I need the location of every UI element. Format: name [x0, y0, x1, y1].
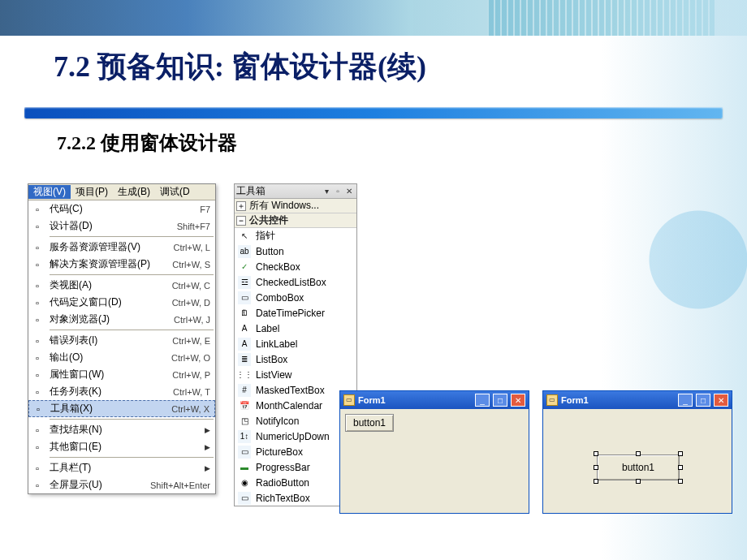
menu-item-label: 工具箱(X) [50, 402, 171, 416]
toolbox-item[interactable]: ▭RichTextBox [235, 490, 356, 506]
menubar-item[interactable]: 生成(B) [113, 185, 155, 199]
toolbox-categories: ＋所有 Windows...－公共控件 [235, 199, 356, 228]
object-browser-icon: ▫ [28, 312, 46, 328]
minimize-button[interactable]: _ [678, 394, 693, 407]
toolbox-item[interactable]: ALinkLabel [235, 336, 356, 351]
toolbox-item[interactable]: 1↕NumericUpDown [235, 429, 356, 444]
menu-item[interactable]: ▫服务器资源管理器(V)Ctrl+W, L [28, 239, 215, 256]
toolbox-item[interactable]: ALabel [235, 321, 356, 336]
menu-item[interactable]: ▫查找结果(N) [28, 421, 215, 438]
error-list-icon: ▫ [28, 333, 46, 349]
form1a-client[interactable]: button1 [340, 409, 529, 513]
toolbox-dropdown-icon[interactable]: ▾ [321, 187, 332, 196]
menu-item[interactable]: ▫设计器(D)Shift+F7 [28, 218, 215, 235]
menu-item[interactable]: ▫其他窗口(E) [28, 438, 215, 455]
menu-item[interactable]: ▫代码定义窗口(D)Ctrl+W, D [28, 294, 215, 311]
toolbars-icon: ▫ [28, 460, 46, 476]
close-button[interactable]: ✕ [714, 394, 728, 407]
toolbox-item[interactable]: ◳NotifyIcon [235, 413, 356, 429]
numericupdown-icon: 1↕ [238, 430, 251, 443]
toolbox-item-label: LinkLabel [256, 338, 297, 350]
menubar-item[interactable]: 项目(P) [71, 185, 113, 199]
toolbox-title: 工具箱 [236, 184, 321, 198]
combobox-icon: ▭ [238, 291, 251, 304]
task-list-icon: ▫ [28, 384, 46, 400]
toolbox-pin-icon[interactable]: ▫ [332, 187, 343, 196]
toolbox-item-label: NotifyIcon [256, 416, 299, 427]
menubar-item[interactable]: 调试(D [155, 185, 195, 199]
toolbox-item[interactable]: #MaskedTextBox [235, 382, 356, 398]
menu-item[interactable]: ▫工具栏(T) [28, 459, 215, 476]
menu-item-shortcut: Ctrl+W, O [171, 353, 210, 363]
other-windows-icon: ▫ [28, 439, 46, 455]
toolbox-item-label: Button [256, 246, 284, 257]
view-menu-list: ▫代码(C)F7▫设计器(D)Shift+F7▫服务器资源管理器(V)Ctrl+… [28, 200, 215, 493]
toolbox-close-icon[interactable]: ✕ [343, 187, 355, 196]
toolbox-item[interactable]: ⋮⋮ListView [235, 367, 356, 382]
toolbox-item[interactable]: ▬ProgressBar [235, 459, 356, 475]
menu-item[interactable]: ▫属性窗口(W)Ctrl+W, P [28, 366, 215, 383]
form1a-titlebar[interactable]: ▭ Form1 _ □ ✕ [340, 391, 529, 409]
label-icon: A [238, 322, 251, 335]
form-icon: ▭ [343, 394, 355, 406]
menu-item-label: 错误列表(I) [50, 334, 172, 347]
expand-icon: ＋ [236, 201, 246, 211]
menubar-item[interactable]: 视图(V) [28, 185, 71, 199]
button-selection[interactable]: button1 [597, 454, 680, 480]
toolbox-item[interactable]: ↖指针 [235, 228, 356, 243]
toolbox-category[interactable]: －公共控件 [235, 213, 356, 228]
menu-item[interactable]: ▫全屏显示(U)Shift+Alt+Enter [28, 476, 215, 493]
close-button[interactable]: ✕ [511, 394, 525, 407]
toolbox-item[interactable]: ▭ComboBox [235, 290, 356, 305]
solution-explorer-icon: ▫ [28, 256, 46, 273]
maximize-button[interactable]: □ [696, 394, 710, 407]
toolbox-item-label: PictureBox [256, 446, 303, 458]
minimize-button[interactable]: _ [475, 394, 490, 407]
menu-item[interactable]: ▫工具箱(X)Ctrl+W, X [28, 400, 215, 417]
menu-item-shortcut: Shift+Alt+Enter [150, 480, 210, 490]
menu-item[interactable]: ▫错误列表(I)Ctrl+W, E [28, 332, 215, 349]
linklabel-icon: A [238, 338, 251, 351]
menu-item[interactable]: ▫代码(C)F7 [28, 200, 215, 218]
maximize-button[interactable]: □ [493, 394, 507, 407]
class-view-icon: ▫ [28, 278, 46, 294]
menu-item-label: 任务列表(K) [50, 385, 173, 398]
menu-item-label: 工具栏(T) [50, 461, 201, 475]
toolbox-item[interactable]: ≣ListBox [235, 351, 356, 367]
maskedtextbox-icon: # [238, 384, 251, 397]
form1b-title: Form1 [561, 395, 675, 405]
toolbox-item[interactable]: abButton [235, 243, 356, 259]
toolbox-category[interactable]: ＋所有 Windows... [235, 199, 356, 213]
form1b-button1[interactable]: button1 [597, 454, 680, 480]
toolbox-item-label: ListBox [256, 354, 287, 365]
listview-icon: ⋮⋮ [238, 368, 251, 381]
datetimepicker-icon: 🗓 [238, 307, 251, 320]
code-icon: ▫ [28, 201, 46, 218]
fullscreen-icon: ▫ [28, 477, 46, 493]
menu-bar: 视图(V)项目(P)生成(B)调试(D [28, 184, 215, 200]
menu-item-shortcut: F7 [200, 205, 210, 214]
picturebox-icon: ▭ [238, 446, 251, 459]
menu-item[interactable]: ▫任务列表(K)Ctrl+W, T [28, 383, 215, 400]
radiobutton-icon: ◉ [238, 476, 251, 489]
toolbox-item[interactable]: ▭PictureBox [235, 444, 356, 459]
menu-item[interactable]: ▫类视图(A)Ctrl+W, C [28, 277, 215, 294]
toolbox-item[interactable]: 📅MonthCalendar [235, 398, 356, 413]
toolbox-item[interactable]: ◉RadioButton [235, 475, 356, 490]
menu-item-label: 其他窗口(E) [50, 440, 201, 454]
toolbox-item[interactable]: 🗓DateTimePicker [235, 305, 356, 321]
menu-item[interactable]: ▫解决方案资源管理器(P)Ctrl+W, S [28, 256, 215, 273]
form1-window-a: ▭ Form1 _ □ ✕ button1 [339, 390, 529, 514]
menu-item-shortcut: Ctrl+W, P [172, 370, 210, 380]
toolbox-item-label: RichTextBox [256, 493, 310, 504]
form1a-button1[interactable]: button1 [345, 414, 394, 432]
toolbox-item-label: ProgressBar [256, 462, 310, 473]
menu-item[interactable]: ▫对象浏览器(J)Ctrl+W, J [28, 311, 215, 328]
toolbox-header: 工具箱 ▾ ▫ ✕ [235, 184, 356, 199]
form1b-titlebar[interactable]: ▭ Form1 _ □ ✕ [543, 391, 732, 409]
toolbox-item[interactable]: ✓CheckBox [235, 259, 356, 274]
menu-item[interactable]: ▫输出(O)Ctrl+W, O [28, 349, 215, 366]
form1b-client[interactable]: button1 [543, 409, 732, 513]
server-explorer-icon: ▫ [28, 239, 46, 256]
toolbox-item[interactable]: ☲CheckedListBox [235, 274, 356, 290]
